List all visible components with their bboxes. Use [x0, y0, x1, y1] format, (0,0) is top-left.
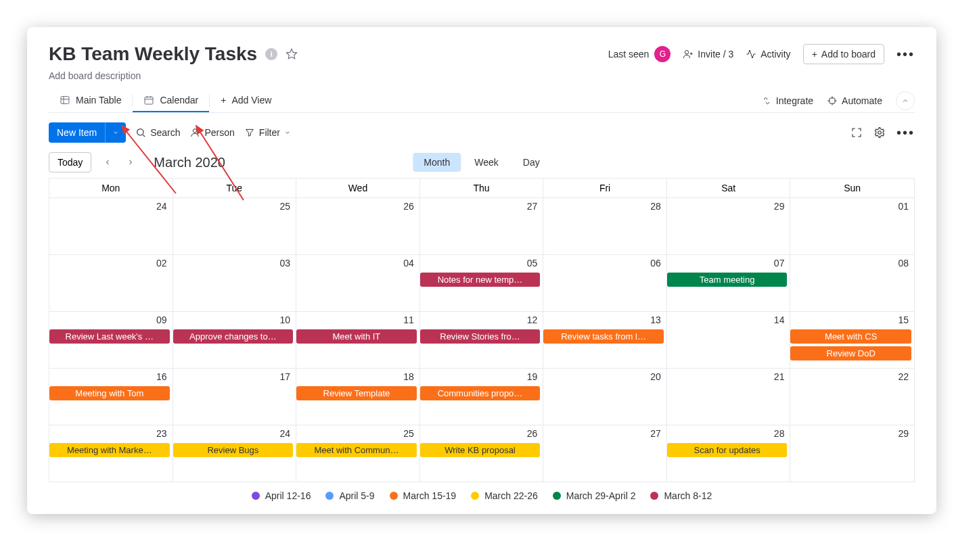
calendar-event[interactable]: Meeting with Tom — [49, 386, 170, 400]
legend-item[interactable]: March 15-19 — [390, 490, 457, 501]
view-day[interactable]: Day — [512, 153, 551, 172]
calendar-cell[interactable]: 24Review Bugs — [173, 425, 297, 482]
day-number: 24 — [156, 201, 167, 212]
legend-item[interactable]: March 8-12 — [650, 490, 712, 501]
next-month-button[interactable] — [124, 156, 137, 169]
automate-button[interactable]: Automate — [827, 95, 882, 106]
calendar-cell[interactable]: 28 — [543, 197, 667, 254]
gear-icon[interactable] — [873, 126, 886, 139]
calendar-event[interactable]: Notes for new temp… — [420, 273, 541, 287]
integrate-button[interactable]: Integrate — [761, 95, 813, 106]
calendar-cell[interactable]: 25 — [173, 197, 297, 254]
calendar-cell[interactable]: 28Scan for updates — [667, 425, 791, 482]
calendar-cell[interactable]: 03 — [173, 254, 297, 311]
calendar-event[interactable]: Meet with IT — [296, 329, 417, 344]
chevron-down-icon[interactable] — [105, 122, 126, 143]
calendar-event[interactable]: Scan for updates — [667, 443, 788, 457]
collapse-button[interactable] — [896, 91, 915, 110]
calendar-event[interactable]: Approve changes to… — [173, 329, 294, 344]
legend-item[interactable]: April 5-9 — [325, 490, 374, 501]
fullscreen-icon[interactable] — [850, 126, 863, 139]
person-filter[interactable]: Person — [189, 127, 234, 138]
add-to-board-button[interactable]: + Add to board — [803, 44, 884, 64]
day-number: 22 — [898, 371, 909, 382]
calendar-event[interactable]: Communities propo… — [420, 386, 541, 400]
calendar-cell[interactable]: 14 — [667, 311, 791, 368]
view-toggle: Month Week Day — [413, 153, 550, 172]
last-seen[interactable]: Last seen G — [608, 46, 671, 62]
calendar-cell[interactable]: 13Review tasks from l… — [543, 311, 667, 368]
calendar-cell[interactable]: 17 — [173, 368, 297, 425]
filter-button[interactable]: Filter — [244, 127, 291, 138]
calendar-cell[interactable]: 06 — [543, 254, 667, 311]
legend-item[interactable]: April 12-16 — [252, 490, 311, 501]
toolbar-more-icon[interactable]: ••• — [896, 125, 915, 141]
day-number: 17 — [280, 371, 291, 382]
calendar-event[interactable]: Review Bugs — [173, 443, 294, 457]
calendar-cell[interactable]: 05Notes for new temp… — [420, 254, 544, 311]
calendar-cell[interactable]: 26 — [296, 197, 420, 254]
legend-dot — [650, 492, 658, 500]
day-number: 10 — [280, 314, 291, 325]
calendar-cell[interactable]: 26Write KB proposal — [420, 425, 544, 482]
calendar-cell[interactable]: 09Review Last week's … — [49, 311, 173, 368]
view-week[interactable]: Week — [463, 153, 509, 172]
calendar-cell[interactable]: 29 — [790, 425, 914, 482]
day-number: 08 — [898, 258, 909, 269]
calendar-cell[interactable]: 22 — [790, 368, 914, 425]
calendar-cell[interactable]: 07Team meeting — [667, 254, 791, 311]
calendar-event[interactable]: Review tasks from l… — [543, 329, 664, 344]
new-item-button[interactable]: New Item — [49, 122, 126, 143]
calendar-cell[interactable]: 19Communities propo… — [420, 368, 544, 425]
calendar-cell[interactable]: 02 — [49, 254, 173, 311]
calendar-event[interactable]: Review Last week's … — [49, 329, 170, 344]
calendar-cell[interactable]: 20 — [543, 368, 667, 425]
view-month[interactable]: Month — [413, 153, 461, 172]
calendar-event[interactable]: Meet with CS — [790, 329, 911, 344]
calendar-cell[interactable]: 23Meeting with Marke… — [49, 425, 173, 482]
calendar-cell[interactable]: 08 — [790, 254, 914, 311]
calendar-cell[interactable]: 16Meeting with Tom — [49, 368, 173, 425]
day-number: 04 — [403, 258, 414, 269]
more-menu-icon[interactable]: ••• — [896, 47, 915, 62]
calendar-cell[interactable]: 25Meet with Commun… — [296, 425, 420, 482]
calendar-cell[interactable]: 18Review Template — [296, 368, 420, 425]
info-icon[interactable]: i — [265, 48, 277, 60]
day-number: 02 — [156, 258, 167, 269]
board-description[interactable]: Add board description — [49, 70, 915, 81]
calendar-cell[interactable]: 24 — [49, 197, 173, 254]
tab-add-view[interactable]: + Add View — [210, 89, 282, 112]
calendar-cell[interactable]: 10Approve changes to… — [173, 311, 297, 368]
day-number: 14 — [774, 314, 785, 325]
calendar-event[interactable]: Review Template — [296, 386, 417, 400]
calendar-event[interactable]: Meeting with Marke… — [49, 443, 170, 457]
calendar-cell[interactable]: 27 — [543, 425, 667, 482]
calendar-cell[interactable]: 27 — [420, 197, 544, 254]
calendar-cell[interactable]: 21 — [667, 368, 791, 425]
day-number: 01 — [898, 201, 909, 212]
legend-item[interactable]: March 22-26 — [471, 490, 538, 501]
calendar-cell[interactable]: 29 — [667, 197, 791, 254]
tab-calendar[interactable]: Calendar — [133, 89, 209, 112]
day-header: Tue — [173, 179, 297, 197]
tab-main-table[interactable]: Main Table — [49, 89, 132, 112]
calendar-event[interactable]: Meet with Commun… — [296, 443, 417, 457]
calendar-event[interactable]: Write KB proposal — [420, 443, 541, 457]
calendar-event[interactable]: Team meeting — [667, 273, 788, 287]
calendar-cell[interactable]: 04 — [296, 254, 420, 311]
invite-button[interactable]: Invite / 3 — [683, 49, 733, 60]
legend-item[interactable]: March 29-April 2 — [553, 490, 636, 501]
today-button[interactable]: Today — [49, 152, 91, 172]
prev-month-button[interactable] — [101, 156, 114, 169]
search-button[interactable]: Search — [135, 127, 180, 138]
calendar-event[interactable]: Review Stories fro… — [420, 329, 541, 344]
svg-marker-0 — [287, 49, 297, 59]
activity-button[interactable]: Activity — [746, 49, 790, 60]
calendar-cell[interactable]: 12Review Stories fro… — [420, 311, 544, 368]
page-title: KB Team Weekly Tasks — [49, 43, 257, 65]
calendar-cell[interactable]: 01 — [790, 197, 914, 254]
star-icon[interactable] — [286, 48, 298, 60]
calendar-event[interactable]: Review DoD — [790, 346, 911, 360]
calendar-cell[interactable]: 11Meet with IT — [296, 311, 420, 368]
calendar-cell[interactable]: 15Meet with CSReview DoD — [790, 311, 914, 368]
